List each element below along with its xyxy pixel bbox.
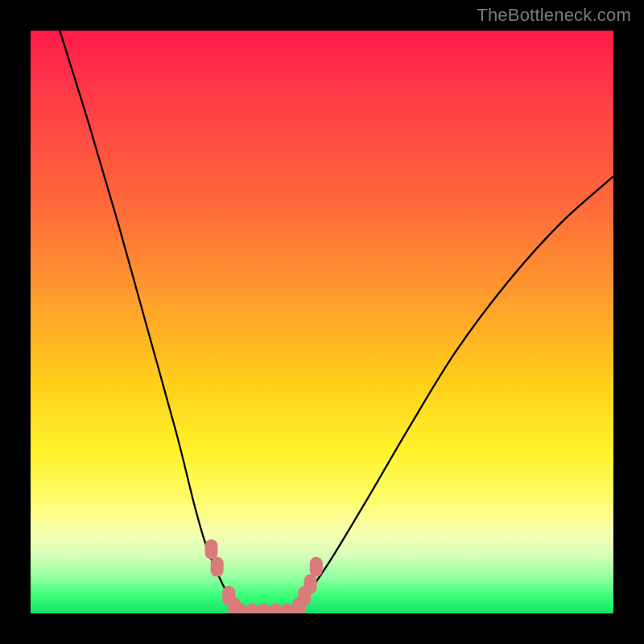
chart-svg	[31, 31, 613, 613]
curve-left-arm	[60, 31, 240, 613]
chart-frame: TheBottleneck.com	[0, 0, 644, 644]
data-marker	[304, 574, 317, 594]
watermark-text: TheBottleneck.com	[477, 5, 631, 26]
marker-group	[204, 539, 322, 613]
plot-area	[31, 31, 613, 613]
data-marker	[269, 604, 282, 613]
data-marker	[246, 604, 258, 613]
data-marker	[204, 539, 217, 559]
data-marker	[258, 604, 270, 613]
data-marker	[211, 557, 224, 577]
data-marker	[281, 604, 294, 613]
curve-right-arm	[293, 176, 613, 613]
data-marker	[310, 557, 323, 577]
